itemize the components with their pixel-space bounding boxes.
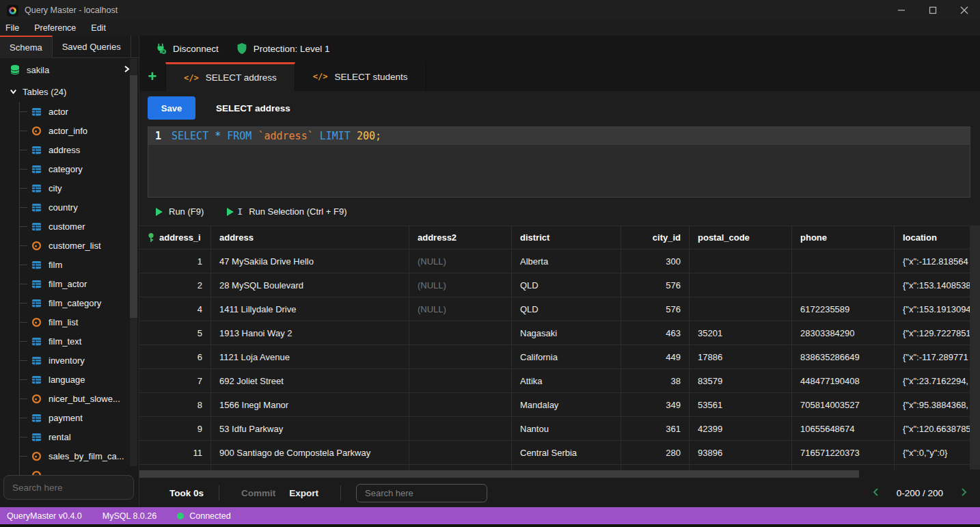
run-selection-button[interactable]: I Run Selection (Ctrl + F9) xyxy=(227,206,346,217)
table-cell[interactable]: 6172235589 xyxy=(792,297,895,321)
table-cell[interactable]: 4 xyxy=(139,297,211,321)
table-cell[interactable]: 361 xyxy=(621,417,690,441)
tab-schema[interactable]: Schema xyxy=(0,36,53,58)
sidebar-table-item[interactable]: sales_by_film_ca... xyxy=(20,446,139,465)
results-horizontal-scrollbar[interactable] xyxy=(139,470,980,478)
column-header[interactable]: city_id xyxy=(621,226,690,249)
table-cell[interactable]: {"x":129.7227851 xyxy=(895,321,970,345)
table-row[interactable]: 51913 Hanoi Way 2Nagasaki463352012830338… xyxy=(139,321,980,345)
sidebar-table-item[interactable]: customer_list xyxy=(20,236,139,255)
table-cell[interactable]: 1411 Lillydale Drive xyxy=(211,297,409,321)
next-page-button[interactable] xyxy=(959,487,968,499)
sidebar-table-item[interactable]: address xyxy=(20,140,139,159)
table-row[interactable]: 953 Idfu ParkwayNantou361423991065564867… xyxy=(139,417,980,441)
table-cell[interactable]: 53561 xyxy=(690,393,792,417)
disconnect-button[interactable]: Disconnect xyxy=(154,42,219,55)
results-vertical-scrollbar[interactable] xyxy=(970,226,980,470)
sidebar-scrollbar[interactable] xyxy=(130,59,137,466)
table-cell[interactable] xyxy=(792,273,895,297)
table-cell[interactable] xyxy=(792,249,895,273)
table-cell[interactable] xyxy=(409,441,512,465)
table-row[interactable]: 61121 Loja AvenueCalifornia4491788683863… xyxy=(139,345,980,369)
sidebar-table-item[interactable]: nicer_but_slowe... xyxy=(20,389,139,408)
table-row[interactable]: 7692 Joliet StreetAttika3883579448477190… xyxy=(139,369,980,393)
table-cell[interactable]: Attika xyxy=(512,369,621,393)
save-button[interactable]: Save xyxy=(148,96,195,120)
column-header[interactable]: phone xyxy=(792,226,895,249)
table-cell[interactable]: 1121 Loja Avenue xyxy=(211,345,409,369)
table-cell[interactable]: 17886 xyxy=(690,345,792,369)
table-cell[interactable]: (NULL) xyxy=(409,273,512,297)
table-cell[interactable]: 11 xyxy=(139,441,211,465)
table-cell[interactable] xyxy=(409,393,512,417)
column-header[interactable]: location xyxy=(895,226,970,249)
sidebar-item-database[interactable]: sakila xyxy=(0,58,139,81)
results-search-input[interactable] xyxy=(356,484,487,502)
column-header[interactable]: address_i xyxy=(139,226,211,249)
table-cell[interactable]: 705814003527 xyxy=(792,393,895,417)
table-cell[interactable]: 1913 Hanoi Way 2 xyxy=(211,321,409,345)
protection-button[interactable]: Protection: Level 1 xyxy=(236,42,330,55)
column-header[interactable]: postal_code xyxy=(690,226,792,249)
new-query-tab-button[interactable]: + xyxy=(139,62,165,91)
table-cell[interactable]: 28303384290 xyxy=(792,321,895,345)
sidebar-table-item[interactable]: city xyxy=(20,178,139,198)
table-cell[interactable]: 300 xyxy=(621,249,690,273)
tab-saved-queries[interactable]: Saved Queries xyxy=(53,36,131,57)
sql-editor[interactable]: 1 SELECT * FROM `address` LIMIT 200; xyxy=(148,126,970,198)
table-cell[interactable] xyxy=(409,321,512,345)
sidebar-table-item[interactable]: country xyxy=(20,198,139,217)
table-cell[interactable]: (NULL) xyxy=(409,249,512,273)
table-cell[interactable]: {"x":23.7162294, xyxy=(895,369,970,393)
table-row[interactable]: 228 MySQL Boulevard(NULL)QLD576{"x":153.… xyxy=(139,273,980,297)
table-cell[interactable]: 1 xyxy=(139,249,211,273)
minimize-button[interactable] xyxy=(886,0,917,21)
sidebar-table-item[interactable]: inventory xyxy=(20,351,139,370)
table-cell[interactable]: California xyxy=(512,345,621,369)
table-cell[interactable]: 280 xyxy=(621,441,690,465)
table-cell[interactable]: 35201 xyxy=(690,321,792,345)
table-cell[interactable]: 349 xyxy=(621,393,690,417)
table-cell[interactable] xyxy=(409,345,512,369)
table-cell[interactable]: 576 xyxy=(621,273,690,297)
export-button[interactable]: Export xyxy=(282,488,325,498)
table-cell[interactable]: 900 Santiago de Compostela Parkway xyxy=(211,441,409,465)
table-cell[interactable]: 2 xyxy=(139,273,211,297)
table-cell[interactable]: 8 xyxy=(139,393,211,417)
table-cell[interactable]: {"x":0,"y":0} xyxy=(895,441,970,465)
table-cell[interactable]: {"x":-112.818564 xyxy=(895,249,970,273)
sidebar-table-item[interactable]: category xyxy=(20,159,139,178)
table-cell[interactable]: Nantou xyxy=(512,417,621,441)
maximize-button[interactable] xyxy=(917,0,949,21)
table-row[interactable]: 41411 Lillydale Drive(NULL)QLD5766172235… xyxy=(139,297,980,321)
table-cell[interactable]: 38 xyxy=(621,369,690,393)
sidebar-table-item[interactable]: film xyxy=(20,255,139,274)
sidebar-table-item[interactable]: rental xyxy=(20,427,139,446)
table-cell[interactable]: 1566 Inegl Manor xyxy=(211,393,409,417)
menu-preference[interactable]: Preference xyxy=(34,23,76,33)
table-cell[interactable]: 576 xyxy=(621,297,690,321)
sidebar-table-item[interactable]: customer xyxy=(20,217,139,236)
table-cell[interactable]: 448477190408 xyxy=(792,369,895,393)
sidebar-table-item[interactable]: film_text xyxy=(20,332,139,351)
table-cell[interactable] xyxy=(409,369,512,393)
run-button[interactable]: Run (F9) xyxy=(156,206,204,217)
sidebar-table-item[interactable]: film_category xyxy=(20,293,139,312)
table-cell[interactable]: 53 Idfu Parkway xyxy=(211,417,409,441)
tables-tree-header[interactable]: Tables (24) xyxy=(0,81,139,102)
sidebar-table-item[interactable]: film_actor xyxy=(20,274,139,293)
commit-button[interactable]: Commit xyxy=(234,488,282,498)
table-cell[interactable]: 42399 xyxy=(690,417,792,441)
table-cell[interactable]: {"x":120.6638785 xyxy=(895,417,970,441)
table-cell[interactable]: 716571220373 xyxy=(792,441,895,465)
table-cell[interactable]: 9 xyxy=(139,417,211,441)
table-cell[interactable] xyxy=(409,417,512,441)
table-cell[interactable]: 449 xyxy=(621,345,690,369)
table-cell[interactable]: 47 MySakila Drive Hello xyxy=(211,249,409,273)
table-cell[interactable]: QLD xyxy=(512,297,621,321)
table-cell[interactable] xyxy=(690,249,792,273)
table-cell[interactable]: 5 xyxy=(139,321,211,345)
table-cell[interactable]: {"x":153.1408538 xyxy=(895,273,970,297)
sidebar-table-item[interactable]: actor xyxy=(20,102,139,121)
sidebar-table-item[interactable]: language xyxy=(20,370,139,389)
